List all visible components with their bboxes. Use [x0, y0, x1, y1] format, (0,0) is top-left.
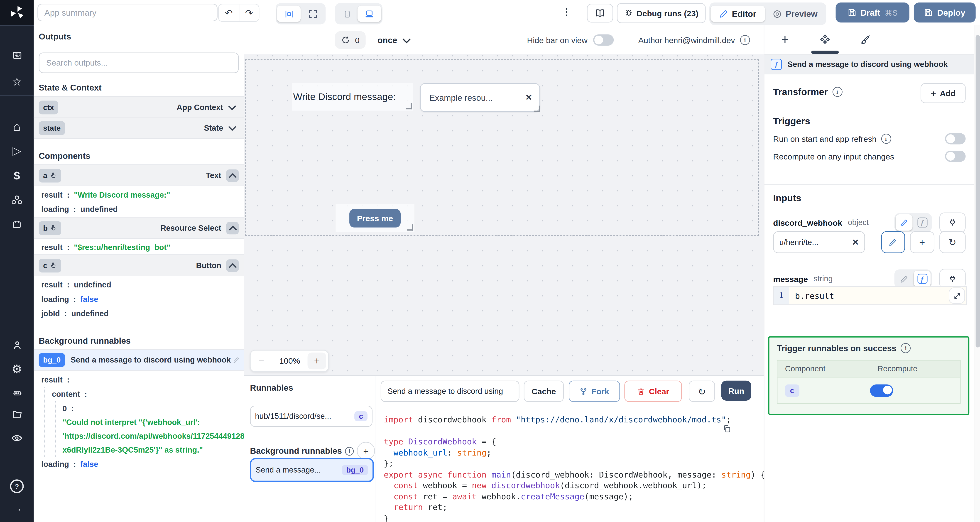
- app-canvas[interactable]: Write Discord message: Example resou... …: [243, 54, 764, 375]
- refresh-resource-button[interactable]: [939, 231, 966, 253]
- component-c-badge: c: [39, 258, 61, 272]
- app-summary-input[interactable]: [37, 4, 217, 21]
- tab-component-settings[interactable]: [817, 32, 833, 48]
- component-row-b[interactable]: b Resource Select: [34, 217, 244, 239]
- sidebar-item-help[interactable]: ?: [0, 477, 34, 495]
- windmill-logo[interactable]: [0, 0, 34, 25]
- copy-icon[interactable]: [722, 425, 731, 433]
- fork-button[interactable]: Fork: [569, 381, 620, 402]
- resize-handle[interactable]: [406, 103, 412, 110]
- expand-editor-button[interactable]: [949, 287, 965, 304]
- fullscreen-button[interactable]: [301, 6, 325, 22]
- eval-mode-button[interactable]: [914, 214, 931, 231]
- tab-preview[interactable]: Preview: [765, 6, 825, 22]
- kv-value: false: [80, 295, 98, 304]
- refresh-icon: [341, 36, 350, 45]
- sidebar-item-settings[interactable]: ⚙: [0, 360, 34, 377]
- info-icon[interactable]: [881, 134, 891, 144]
- static-mode-button[interactable]: [896, 214, 912, 231]
- sidebar-item-workers[interactable]: [0, 384, 34, 401]
- refresh-count-button[interactable]: 0: [335, 31, 366, 49]
- connect-input-button[interactable]: [939, 269, 966, 289]
- collapse-button[interactable]: [226, 259, 239, 272]
- redo-button[interactable]: ↷: [239, 4, 259, 21]
- kv-key: jobId: [41, 309, 60, 318]
- info-icon[interactable]: [832, 87, 842, 97]
- tab-insert-component[interactable]: +: [777, 31, 793, 48]
- sidebar-item-users[interactable]: [0, 336, 34, 354]
- runnable-item-c[interactable]: hub/1511/discord/se... c: [250, 406, 372, 427]
- author-label: Author henri@windmill.dev: [638, 35, 735, 45]
- info-icon[interactable]: [901, 343, 911, 353]
- sidebar-item-favorites[interactable]: ☆: [0, 73, 34, 91]
- desktop-view-button[interactable]: [358, 6, 381, 22]
- info-icon[interactable]: [345, 447, 354, 455]
- output-row-ctx[interactable]: ctx App Context: [34, 96, 244, 118]
- cache-button[interactable]: Cache: [524, 381, 564, 402]
- tab-styling[interactable]: [857, 32, 873, 48]
- pencil-icon[interactable]: [233, 357, 240, 363]
- add-resource-button[interactable]: +: [910, 231, 934, 253]
- sidebar-item-home[interactable]: ⌂: [0, 118, 34, 135]
- zoom-in-button[interactable]: +: [308, 353, 326, 369]
- edit-resource-button[interactable]: [881, 231, 905, 253]
- align-grid-button[interactable]: [277, 6, 301, 22]
- sidebar-item-resources[interactable]: [0, 191, 34, 209]
- field-type: object: [848, 218, 869, 227]
- component-row-c[interactable]: c Button: [34, 254, 244, 276]
- sidebar-item-apps[interactable]: [0, 46, 34, 64]
- sidebar-item-audit[interactable]: [0, 430, 34, 447]
- run-button[interactable]: Run: [721, 381, 751, 401]
- clear-button[interactable]: Clear: [624, 381, 682, 402]
- add-transformer-button[interactable]: +Add: [921, 83, 966, 103]
- eval-mode-button[interactable]: [914, 271, 931, 287]
- scrollbar-track[interactable]: [974, 25, 980, 522]
- button-component[interactable]: Press me: [336, 204, 414, 232]
- recompute-row-toggle[interactable]: [870, 384, 893, 396]
- collapse-button[interactable]: [226, 169, 239, 181]
- sidebar-item-variables[interactable]: $: [0, 167, 34, 185]
- code-editor[interactable]: import discordwebhook from "https://deno…: [375, 406, 764, 522]
- run-on-start-toggle[interactable]: [945, 133, 966, 145]
- static-mode-button[interactable]: [896, 271, 912, 287]
- collapse-button[interactable]: [226, 222, 239, 234]
- resize-handle[interactable]: [407, 224, 413, 231]
- clear-selection-icon[interactable]: [526, 92, 532, 103]
- component-row-a[interactable]: a Text: [34, 164, 244, 186]
- sidebar-item-folders[interactable]: [0, 406, 34, 423]
- text-component[interactable]: Write Discord message:: [292, 83, 413, 110]
- deploy-button[interactable]: Deploy: [914, 3, 976, 22]
- sidebar-item-runs[interactable]: ▷: [0, 142, 34, 159]
- runnable-item-bg0-selected[interactable]: Send a message... bg_0: [250, 458, 374, 482]
- sidebar-item-schedules[interactable]: [0, 216, 34, 233]
- chevron-down-icon[interactable]: [228, 123, 236, 131]
- draft-button[interactable]: Draft ⌘S: [836, 3, 910, 22]
- mobile-view-button[interactable]: [336, 6, 358, 22]
- output-row-state[interactable]: state State: [34, 117, 244, 138]
- run-mode-dropdown[interactable]: once: [377, 31, 409, 49]
- add-bg-runnable-button[interactable]: +: [357, 442, 375, 460]
- kebab-menu[interactable]: ⋮: [562, 6, 572, 18]
- scrollbar-thumb[interactable]: [975, 35, 980, 347]
- debug-runs-button[interactable]: Debug runs (23): [617, 3, 705, 23]
- docs-button[interactable]: [587, 4, 613, 23]
- resource-picker[interactable]: u/henri/te...: [773, 231, 865, 253]
- resize-handle[interactable]: [534, 106, 540, 112]
- chevron-down-icon[interactable]: [228, 102, 236, 110]
- recompute-toggle[interactable]: [945, 151, 966, 162]
- clear-resource-icon[interactable]: [852, 237, 858, 248]
- refresh-result-button[interactable]: [689, 381, 715, 402]
- press-me-button[interactable]: Press me: [349, 209, 401, 228]
- hide-bar-toggle[interactable]: [593, 35, 614, 46]
- sidebar-expand[interactable]: →: [0, 499, 34, 517]
- search-outputs-input[interactable]: [39, 53, 239, 73]
- zoom-out-button[interactable]: −: [251, 355, 272, 367]
- resource-select-component[interactable]: Example resou...: [420, 83, 540, 112]
- background-runnable-row[interactable]: bg_0 Send a message to discord using web…: [34, 349, 244, 371]
- tab-editor[interactable]: Editor: [711, 6, 765, 22]
- undo-button[interactable]: ↶: [219, 4, 239, 21]
- connect-input-button[interactable]: [939, 213, 966, 232]
- expr-editor[interactable]: 1 b.result: [773, 286, 967, 305]
- runnable-name-input[interactable]: [381, 381, 520, 402]
- info-icon[interactable]: [740, 35, 750, 45]
